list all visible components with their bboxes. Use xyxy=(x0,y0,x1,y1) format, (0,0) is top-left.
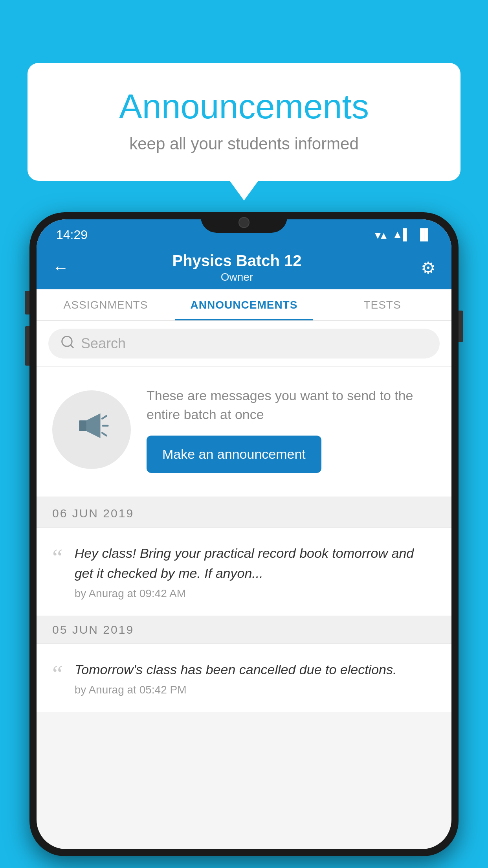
phone-notch xyxy=(201,212,287,233)
app-bar-title: Physics Batch 12 xyxy=(77,252,397,270)
make-announcement-button[interactable]: Make an announcement xyxy=(147,436,321,473)
wifi-icon: ▾▴ xyxy=(375,228,387,242)
phone-volume-down-button xyxy=(25,326,29,366)
tab-assignments[interactable]: ASSIGNMENTS xyxy=(37,289,175,320)
announcement-item-1[interactable]: “ Hey class! Bring your practical record… xyxy=(37,528,451,616)
svg-line-3 xyxy=(102,416,106,418)
status-time: 14:29 xyxy=(56,228,88,242)
search-bar[interactable]: Search xyxy=(48,329,440,359)
announcement-message-2: Tomorrow's class has been cancelled due … xyxy=(75,660,436,680)
announcement-message-1: Hey class! Bring your practical record b… xyxy=(75,543,436,583)
phone-frame: 14:29 ▾▴ ▲▌ ▐▌ ← Physics Batch 12 Owner … xyxy=(29,212,459,856)
announcement-author-1: by Anurag at 09:42 AM xyxy=(75,587,436,600)
search-placeholder: Search xyxy=(81,335,126,352)
phone-volume-up-button xyxy=(25,291,29,314)
svg-line-1 xyxy=(70,345,73,348)
battery-icon: ▐▌ xyxy=(416,228,432,241)
date-divider-2: 05 JUN 2019 xyxy=(37,616,451,644)
announcement-author-2: by Anurag at 05:42 PM xyxy=(75,684,436,696)
quote-icon-2: “ xyxy=(52,662,63,685)
speech-bubble-container: Announcements keep all your students inf… xyxy=(28,63,460,181)
phone-camera xyxy=(238,217,250,228)
tab-announcements[interactable]: ANNOUNCEMENTS xyxy=(175,289,313,320)
search-icon xyxy=(60,335,75,353)
announcement-right: These are messages you want to send to t… xyxy=(147,386,436,473)
speech-bubble-title: Announcements xyxy=(59,86,429,127)
quote-icon-1: “ xyxy=(52,545,63,569)
megaphone-icon xyxy=(74,408,109,452)
tab-bar: ASSIGNMENTS ANNOUNCEMENTS TESTS xyxy=(37,289,451,321)
app-bar-title-section: Physics Batch 12 Owner xyxy=(77,252,397,283)
date-divider-1: 06 JUN 2019 xyxy=(37,500,451,528)
settings-icon[interactable]: ⚙ xyxy=(421,258,436,278)
announcement-item-2[interactable]: “ Tomorrow's class has been cancelled du… xyxy=(37,644,451,712)
search-bar-container: Search xyxy=(37,321,451,367)
announcement-icon-circle xyxy=(52,390,131,469)
phone-outer: 14:29 ▾▴ ▲▌ ▐▌ ← Physics Batch 12 Owner … xyxy=(29,212,459,856)
speech-bubble: Announcements keep all your students inf… xyxy=(28,63,460,181)
tab-tests[interactable]: TESTS xyxy=(313,289,451,320)
signal-icon: ▲▌ xyxy=(392,228,411,241)
phone-power-button xyxy=(459,311,463,342)
back-button[interactable]: ← xyxy=(52,258,69,277)
svg-rect-6 xyxy=(79,420,86,431)
app-bar-subtitle: Owner xyxy=(77,271,397,283)
speech-bubble-subtitle: keep all your students informed xyxy=(59,134,429,153)
announcement-prompt: These are messages you want to send to t… xyxy=(37,367,451,500)
status-icons: ▾▴ ▲▌ ▐▌ xyxy=(375,228,432,242)
svg-line-5 xyxy=(102,433,106,436)
app-bar: ← Physics Batch 12 Owner ⚙ xyxy=(37,246,451,289)
announcement-description: These are messages you want to send to t… xyxy=(147,386,436,424)
announcement-text-2: Tomorrow's class has been cancelled due … xyxy=(75,660,436,696)
announcement-text-1: Hey class! Bring your practical record b… xyxy=(75,543,436,600)
phone-screen: 14:29 ▾▴ ▲▌ ▐▌ ← Physics Batch 12 Owner … xyxy=(37,219,451,849)
